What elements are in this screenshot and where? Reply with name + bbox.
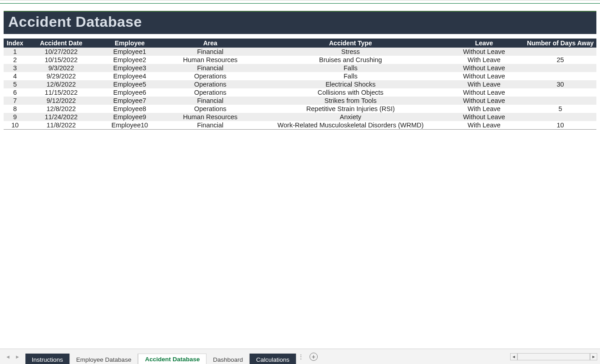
cell-date[interactable]: 10/15/2022 — [26, 56, 96, 64]
col-header-employee[interactable]: Employee — [96, 39, 163, 48]
cell-area[interactable]: Operations — [163, 72, 257, 80]
cell-days[interactable] — [524, 64, 596, 72]
cell-area[interactable]: Financial — [163, 64, 257, 72]
cell-employee[interactable]: Employee3 — [96, 64, 163, 72]
cell-area[interactable]: Human Resources — [163, 113, 257, 121]
cell-leave[interactable]: Without Leave — [444, 113, 524, 121]
cell-days[interactable] — [524, 113, 596, 121]
cell-date[interactable]: 9/29/2022 — [26, 72, 96, 80]
cell-type[interactable]: Strikes from Tools — [257, 97, 444, 105]
cell-type[interactable]: Anxiety — [257, 113, 444, 121]
col-header-leave[interactable]: Leave — [444, 39, 524, 48]
col-header-index[interactable]: Index — [4, 39, 26, 48]
tab-instructions[interactable]: Instructions — [25, 354, 70, 364]
cell-leave[interactable]: With Leave — [444, 121, 524, 130]
cell-index[interactable]: 6 — [4, 88, 26, 97]
cell-area[interactable]: Human Resources — [163, 56, 257, 64]
tab-dashboard[interactable]: Dashboard — [207, 354, 250, 364]
tab-options-icon[interactable]: ⋮ — [296, 349, 305, 364]
cell-type[interactable]: Falls — [257, 72, 444, 80]
cell-type[interactable]: Stress — [257, 48, 444, 56]
worksheet-area[interactable]: Accident Database Index Accident Date Em… — [0, 4, 600, 348]
cell-index[interactable]: 3 — [4, 64, 26, 72]
cell-index[interactable]: 5 — [4, 80, 26, 88]
cell-type[interactable]: Electrical Shocks — [257, 80, 444, 88]
cell-employee[interactable]: Employee1 — [96, 48, 163, 56]
cell-days[interactable] — [524, 97, 596, 105]
cell-date[interactable]: 9/3/2022 — [26, 64, 96, 72]
cell-date[interactable]: 10/27/2022 — [26, 48, 96, 56]
cell-date[interactable]: 9/12/2022 — [26, 97, 96, 105]
cell-area[interactable]: Financial — [163, 97, 257, 105]
cell-area[interactable]: Operations — [163, 80, 257, 88]
cell-leave[interactable]: With Leave — [444, 56, 524, 64]
cell-date[interactable]: 12/6/2022 — [26, 80, 96, 88]
cell-type[interactable]: Work-Related Musculoskeletal Disorders (… — [257, 121, 444, 130]
col-header-type[interactable]: Accident Type — [257, 39, 444, 48]
cell-date[interactable]: 11/8/2022 — [26, 121, 96, 130]
tab-calculations[interactable]: Calculations — [250, 354, 296, 364]
cell-index[interactable]: 8 — [4, 105, 26, 113]
cell-type[interactable]: Repetitive Strain Injuries (RSI) — [257, 105, 444, 113]
table-row[interactable]: 39/3/2022Employee3FinancialFallsWithout … — [4, 64, 596, 72]
cell-index[interactable]: 9 — [4, 113, 26, 121]
sheet-nav-prev-icon[interactable]: ◄ — [5, 354, 10, 359]
tab-employee-database[interactable]: Employee Database — [70, 354, 138, 364]
cell-days[interactable]: 30 — [524, 80, 596, 88]
cell-employee[interactable]: Employee4 — [96, 72, 163, 80]
cell-area[interactable]: Financial — [163, 48, 257, 56]
cell-leave[interactable]: Without Leave — [444, 64, 524, 72]
cell-area[interactable]: Operations — [163, 88, 257, 97]
cell-days[interactable] — [524, 88, 596, 97]
table-row[interactable]: 210/15/2022Employee2Human ResourcesBruis… — [4, 56, 596, 64]
cell-leave[interactable]: With Leave — [444, 80, 524, 88]
table-row[interactable]: 1011/8/2022Employee10FinancialWork-Relat… — [4, 121, 596, 130]
col-header-area[interactable]: Area — [163, 39, 257, 48]
table-row[interactable]: 611/15/2022Employee6OperationsCollisions… — [4, 88, 596, 97]
col-header-date[interactable]: Accident Date — [26, 39, 96, 48]
cell-leave[interactable]: Without Leave — [444, 48, 524, 56]
cell-employee[interactable]: Employee7 — [96, 97, 163, 105]
tab-accident-database[interactable]: Accident Database — [138, 354, 207, 364]
table-row[interactable]: 49/29/2022Employee4OperationsFallsWithou… — [4, 72, 596, 80]
hscroll-left-icon[interactable]: ◄ — [510, 353, 517, 360]
cell-employee[interactable]: Employee2 — [96, 56, 163, 64]
hscroll-right-icon[interactable]: ► — [590, 353, 597, 360]
table-row[interactable]: 79/12/2022Employee7FinancialStrikes from… — [4, 97, 596, 105]
cell-area[interactable]: Operations — [163, 105, 257, 113]
table-row[interactable]: 812/8/2022Employee8OperationsRepetitive … — [4, 105, 596, 113]
cell-type[interactable]: Falls — [257, 64, 444, 72]
cell-leave[interactable]: Without Leave — [444, 97, 524, 105]
cell-index[interactable]: 4 — [4, 72, 26, 80]
cell-days[interactable] — [524, 72, 596, 80]
cell-employee[interactable]: Employee10 — [96, 121, 163, 130]
cell-index[interactable]: 7 — [4, 97, 26, 105]
cell-days[interactable]: 5 — [524, 105, 596, 113]
cell-leave[interactable]: Without Leave — [444, 88, 524, 97]
cell-date[interactable]: 11/24/2022 — [26, 113, 96, 121]
cell-leave[interactable]: Without Leave — [444, 72, 524, 80]
cell-date[interactable]: 12/8/2022 — [26, 105, 96, 113]
cell-days[interactable]: 10 — [524, 121, 596, 130]
table-row[interactable]: 110/27/2022Employee1FinancialStressWitho… — [4, 48, 596, 56]
cell-index[interactable]: 1 — [4, 48, 26, 56]
cell-employee[interactable]: Employee5 — [96, 80, 163, 88]
cell-index[interactable]: 10 — [4, 121, 26, 130]
cell-date[interactable]: 11/15/2022 — [26, 88, 96, 97]
cell-index[interactable]: 2 — [4, 56, 26, 64]
cell-leave[interactable]: With Leave — [444, 105, 524, 113]
cell-days[interactable] — [524, 48, 596, 56]
cell-type[interactable]: Collisions with Objects — [257, 88, 444, 97]
new-sheet-button[interactable]: + — [305, 349, 322, 364]
cell-area[interactable]: Financial — [163, 121, 257, 130]
hscroll-track[interactable] — [517, 353, 590, 360]
col-header-days[interactable]: Number of Days Away — [524, 39, 596, 48]
cell-type[interactable]: Bruises and Crushing — [257, 56, 444, 64]
table-row[interactable]: 911/24/2022Employee9Human ResourcesAnxie… — [4, 113, 596, 121]
sheet-nav-next-icon[interactable]: ► — [15, 354, 20, 359]
cell-employee[interactable]: Employee9 — [96, 113, 163, 121]
cell-days[interactable]: 25 — [524, 56, 596, 64]
cell-employee[interactable]: Employee6 — [96, 88, 163, 97]
table-row[interactable]: 512/6/2022Employee5OperationsElectrical … — [4, 80, 596, 88]
cell-employee[interactable]: Employee8 — [96, 105, 163, 113]
